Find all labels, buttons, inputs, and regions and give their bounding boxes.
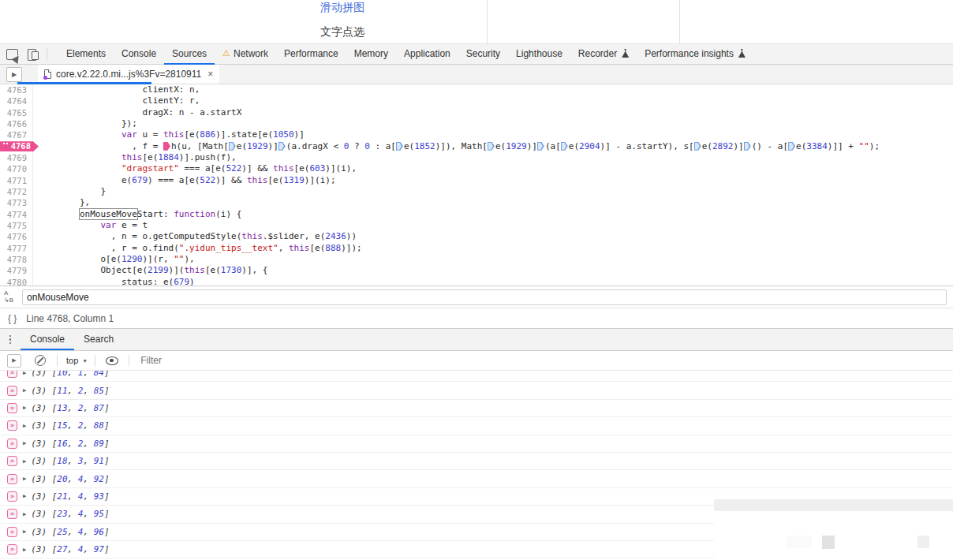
code-token (38, 220, 100, 230)
find-bar: A↳B (0, 286, 953, 308)
code-token: )](i); (305, 175, 336, 185)
tab-application[interactable]: Application (396, 44, 458, 65)
tab-recorder[interactable]: Recorder (570, 44, 637, 65)
captcha-mode-text-click-label[interactable]: 文字点选 (0, 25, 685, 39)
line-number[interactable]: 4777 (0, 243, 33, 254)
tab-lighthouse[interactable]: Lighthouse (508, 44, 570, 65)
file-tab[interactable]: core.v2.22.0.mi...js%3Fv=2810911 × (38, 65, 219, 84)
logpoint-badge-icon: » (7, 456, 17, 466)
line-number[interactable]: 4765 (0, 107, 33, 118)
code-token: === a[e( (179, 163, 226, 174)
tab-performance[interactable]: Performance (276, 44, 346, 65)
array-preview: (3) [25, 4, 96] (31, 527, 109, 537)
devtools-panel-tabs: ElementsConsoleSources⚠NetworkPerformanc… (58, 44, 753, 65)
line-number[interactable]: 4776 (0, 231, 33, 242)
expand-triangle-icon[interactable]: ▶ (23, 493, 26, 499)
line-number[interactable]: 4774 (0, 209, 33, 220)
logpoint-badge-icon: » (7, 386, 17, 396)
tab-console[interactable]: Console (21, 329, 74, 350)
line-number[interactable]: 4773 (0, 197, 33, 208)
expand-triangle-icon[interactable]: ▶ (23, 547, 26, 553)
code-token: 1852 (414, 141, 435, 151)
tab-security[interactable]: Security (458, 44, 508, 65)
code-token: 679 (132, 175, 148, 185)
logpoint-marker[interactable]: 4768 (0, 141, 39, 151)
code-text: clientY: r, (33, 95, 200, 106)
tab-elements[interactable]: Elements (58, 44, 114, 65)
captcha-mode-slide-link[interactable]: 滑动拼图 (0, 1, 685, 15)
drawer-menu-icon[interactable] (0, 329, 21, 350)
close-icon[interactable]: × (207, 69, 213, 79)
console-sidebar-toggle-button[interactable]: ▶ (7, 354, 21, 368)
console-filter-input[interactable] (140, 355, 693, 366)
line-number[interactable]: 4766 (0, 118, 33, 129)
line-number[interactable]: 4772 (0, 186, 33, 197)
expand-triangle-icon[interactable]: ▶ (23, 387, 26, 394)
inline-breakpoint-candidate-icon[interactable] (744, 142, 751, 151)
line-number-logpoint[interactable]: 47684768 (0, 141, 33, 152)
javascript-context-dropdown[interactable]: top▼ (66, 356, 88, 365)
code-line: 4766 }); (0, 118, 953, 129)
inspect-element-icon[interactable] (6, 49, 18, 60)
inline-breakpoint-active-icon[interactable] (163, 142, 170, 151)
inline-breakpoint-candidate-icon[interactable] (278, 142, 286, 151)
console-message-row[interactable]: »▶(3) [13, 2, 87] (0, 400, 953, 417)
line-number[interactable]: 4778 (0, 254, 33, 265)
expand-triangle-icon[interactable]: ▶ (23, 405, 26, 411)
editor-status-bar: { } Line 4768, Column 1 (0, 308, 953, 329)
code-line: 4764 clientY: r, (0, 95, 953, 106)
line-number[interactable]: 4780 (0, 277, 33, 286)
clear-console-icon[interactable] (35, 355, 46, 366)
tab-network[interactable]: ⚠Network (215, 44, 276, 65)
tab-search[interactable]: Search (74, 329, 123, 350)
pretty-print-icon[interactable]: { } (8, 313, 17, 324)
line-number[interactable]: 4770 (0, 163, 33, 174)
tab-memory[interactable]: Memory (346, 44, 396, 65)
tab-console[interactable]: Console (114, 44, 164, 65)
match-case-icon[interactable]: A↳B (4, 289, 18, 305)
expand-triangle-icon[interactable]: ▶ (23, 458, 26, 465)
code-token: [e( (294, 163, 310, 174)
line-number[interactable]: 4775 (0, 220, 33, 231)
experiment-flask-icon (622, 49, 629, 58)
console-message-row[interactable]: »▶(3) [11, 2, 85] (0, 382, 953, 399)
code-editor[interactable]: 4763 clientX: n,4764 clientY: r,4765 dra… (0, 84, 953, 286)
device-toolbar-icon[interactable] (28, 49, 39, 60)
expand-triangle-icon[interactable]: ▶ (23, 476, 26, 482)
console-message-row[interactable]: »▶(3) [10, 1, 84] (0, 371, 953, 382)
inline-breakpoint-candidate-icon[interactable] (561, 142, 568, 151)
navigator-toggle-button[interactable]: ▶ (6, 67, 22, 82)
line-number[interactable]: 4764 (0, 95, 33, 106)
search-input[interactable] (22, 289, 947, 305)
console-message-row[interactable]: »▶(3) [20, 4, 92] (0, 470, 953, 487)
inline-breakpoint-candidate-icon[interactable] (488, 142, 495, 151)
line-number[interactable]: 4769 (0, 152, 33, 163)
inline-breakpoint-candidate-icon[interactable] (229, 142, 236, 151)
code-text: e(679) === a[e(522)] && this[e(1319)](i)… (33, 175, 336, 186)
line-number[interactable]: 4767 (0, 129, 33, 140)
toolbar-divider (95, 355, 95, 367)
expand-triangle-icon[interactable]: ▶ (23, 440, 26, 446)
code-token: 3384 (806, 141, 828, 151)
expand-triangle-icon[interactable]: ▶ (23, 423, 26, 429)
inline-breakpoint-candidate-icon[interactable] (788, 142, 795, 151)
expand-triangle-icon[interactable]: ▶ (23, 371, 26, 376)
code-token: } (38, 186, 106, 196)
console-message-row[interactable]: »▶(3) [18, 3, 91] (0, 453, 953, 470)
inline-breakpoint-candidate-icon[interactable] (694, 142, 701, 151)
line-number[interactable]: 4763 (0, 84, 33, 95)
code-token: (i) { (215, 209, 241, 219)
expand-triangle-icon[interactable]: ▶ (23, 528, 26, 535)
inline-breakpoint-candidate-icon[interactable] (537, 142, 544, 151)
live-expression-eye-icon[interactable] (106, 357, 118, 365)
expand-triangle-icon[interactable]: ▶ (23, 511, 26, 517)
line-number[interactable]: 4779 (0, 265, 33, 276)
line-number[interactable]: 4771 (0, 175, 33, 186)
console-message-row[interactable]: »▶(3) [16, 2, 89] (0, 435, 953, 453)
tab-label: Sources (172, 48, 207, 59)
tab-performance-insights[interactable]: Performance insights (637, 44, 753, 65)
tab-sources[interactable]: Sources (164, 44, 215, 65)
console-message-row[interactable]: »▶(3) [15, 2, 88] (0, 417, 953, 435)
inline-breakpoint-candidate-icon[interactable] (396, 142, 403, 151)
code-token: e( (404, 141, 414, 151)
